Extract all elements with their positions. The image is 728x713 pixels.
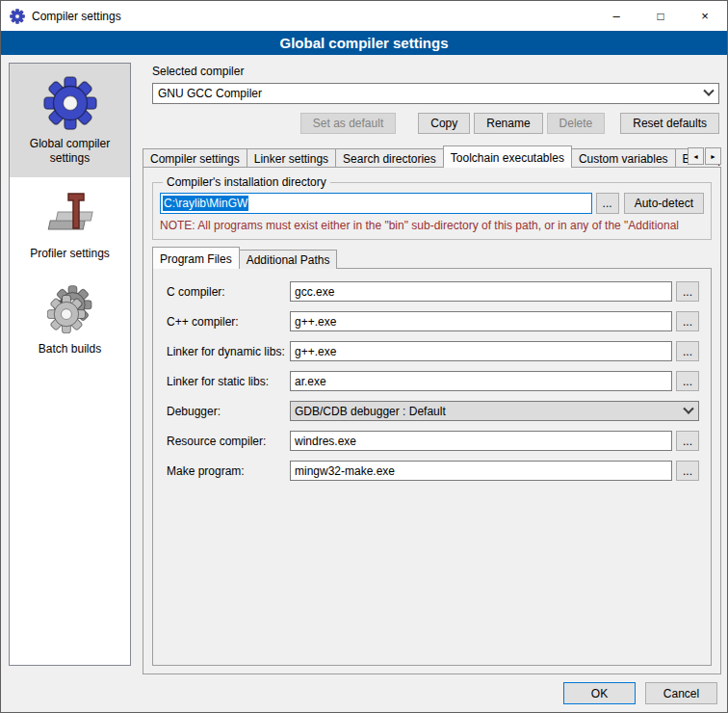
compiler-actions: Set as default Copy Rename Delete Reset … xyxy=(152,113,719,134)
cpp-compiler-input[interactable]: g++.exe xyxy=(290,311,672,331)
c-compiler-value: gcc.exe xyxy=(295,285,334,299)
make-program-browse-button[interactable]: ... xyxy=(676,461,699,481)
resource-compiler-browse-button[interactable]: ... xyxy=(676,431,699,451)
cpp-compiler-label: C++ compiler: xyxy=(167,315,290,329)
minimize-button[interactable]: – xyxy=(594,1,638,31)
close-button[interactable]: × xyxy=(683,1,727,31)
resource-compiler-label: Resource compiler: xyxy=(167,435,290,448)
debugger-value: GDB/CDB debugger : Default xyxy=(295,405,446,418)
tab-additional-paths[interactable]: Additional Paths xyxy=(239,250,338,269)
installation-directory-input[interactable]: C:\raylib\MinGW xyxy=(160,193,592,214)
toolchain-executables-panel: Compiler's installation directory C:\ray… xyxy=(143,167,721,674)
dialog-footer: OK Cancel xyxy=(563,682,717,704)
window-title: Compiler settings xyxy=(32,10,121,23)
tab-scroll-right-button[interactable]: ► xyxy=(705,147,721,165)
linker-static-label: Linker for static libs: xyxy=(167,375,290,388)
sidebar-item-batch-builds[interactable]: Batch builds xyxy=(10,273,130,368)
field-row-resource-compiler: Resource compiler: windres.exe ... xyxy=(167,431,699,451)
auto-detect-button[interactable]: Auto-detect xyxy=(624,193,704,214)
linker-dynamic-browse-button[interactable]: ... xyxy=(676,341,699,361)
rename-button[interactable]: Rename xyxy=(474,113,542,134)
chevron-down-icon xyxy=(683,403,693,413)
c-compiler-label: C compiler: xyxy=(167,285,290,299)
compiler-select-value: GNU GCC Compiler xyxy=(158,87,262,100)
window-controls: – □ × xyxy=(594,1,727,31)
make-program-label: Make program: xyxy=(167,464,290,478)
sidebar-item-label: Batch builds xyxy=(39,342,101,356)
sidebar-item-global-compiler-settings[interactable]: Global compiler settings xyxy=(10,64,130,177)
tab-toolchain-executables[interactable]: Toolchain executables xyxy=(443,145,572,168)
delete-button[interactable]: Delete xyxy=(547,113,606,134)
tab-search-directories[interactable]: Search directories xyxy=(335,148,444,168)
linker-dynamic-input[interactable]: g++.exe xyxy=(290,341,672,361)
titlebar[interactable]: Compiler settings – □ × xyxy=(1,1,727,31)
maximize-icon: □ xyxy=(657,10,663,23)
field-row-make-program: Make program: mingw32-make.exe ... xyxy=(167,461,699,481)
close-icon: × xyxy=(701,9,709,23)
field-row-linker-static: Linker for static libs: ar.exe ... xyxy=(167,371,699,391)
copy-button[interactable]: Copy xyxy=(418,113,470,134)
tab-program-files[interactable]: Program Files xyxy=(152,247,240,269)
linker-static-input[interactable]: ar.exe xyxy=(290,371,672,391)
resource-compiler-input[interactable]: windres.exe xyxy=(290,431,672,451)
minimize-icon: – xyxy=(612,9,619,23)
linker-static-value: ar.exe xyxy=(295,375,326,388)
installation-directory-group: Compiler's installation directory C:\ray… xyxy=(152,175,712,240)
settings-category-list: Global compiler settings Profiler settin… xyxy=(9,63,131,666)
debugger-label: Debugger: xyxy=(167,405,290,418)
sidebar-item-label: Profiler settings xyxy=(30,247,110,261)
sidebar-item-profiler-settings[interactable]: Profiler settings xyxy=(10,177,130,273)
installation-directory-value: C:\raylib\MinGW xyxy=(163,196,248,211)
tab-custom-variables[interactable]: Custom variables xyxy=(571,148,676,168)
program-tabstrip: Program Files Additional Paths xyxy=(152,248,712,269)
page-title: Global compiler settings xyxy=(1,31,727,55)
program-files-panel: C compiler: gcc.exe ... C++ compiler: g+… xyxy=(152,268,712,666)
app-gear-icon xyxy=(10,9,25,24)
maximize-button[interactable]: □ xyxy=(638,1,683,31)
settings-tabstrip: Compiler settings Linker settings Search… xyxy=(143,145,721,168)
field-row-c-compiler: C compiler: gcc.exe ... xyxy=(167,281,699,302)
compiler-settings-dialog: Compiler settings – □ × Global compiler … xyxy=(0,0,728,713)
linker-dynamic-value: g++.exe xyxy=(295,345,336,358)
c-compiler-input[interactable]: gcc.exe xyxy=(290,281,672,302)
debugger-select[interactable]: GDB/CDB debugger : Default xyxy=(290,401,699,421)
installation-directory-browse-button[interactable]: ... xyxy=(596,193,619,214)
make-program-input[interactable]: mingw32-make.exe xyxy=(290,461,672,481)
tab-scroll-buttons: ◄ ► xyxy=(688,147,721,165)
c-compiler-browse-button[interactable]: ... xyxy=(676,281,699,302)
field-row-linker-dynamic: Linker for dynamic libs: g++.exe ... xyxy=(167,341,699,361)
cancel-button[interactable]: Cancel xyxy=(645,682,717,704)
make-program-value: mingw32-make.exe xyxy=(295,464,395,478)
cpp-compiler-value: g++.exe xyxy=(295,315,336,329)
selected-compiler-label: Selected compiler xyxy=(152,65,721,78)
tab-compiler-settings[interactable]: Compiler settings xyxy=(143,148,247,168)
gray-gears-icon xyxy=(45,285,95,335)
field-row-debugger: Debugger: GDB/CDB debugger : Default xyxy=(167,401,699,421)
bin-subdirectory-note: NOTE: All programs must exist either in … xyxy=(160,219,704,232)
installation-directory-row: C:\raylib\MinGW ... Auto-detect xyxy=(160,193,704,214)
field-row-cpp-compiler: C++ compiler: g++.exe ... xyxy=(167,311,699,331)
blue-gear-icon xyxy=(43,76,97,130)
compiler-select[interactable]: GNU GCC Compiler xyxy=(152,83,719,104)
arrow-right-icon: ► xyxy=(710,153,716,160)
tab-scroll-left-button[interactable]: ◄ xyxy=(688,147,704,165)
ok-button[interactable]: OK xyxy=(563,682,636,704)
arrow-left-icon: ◄ xyxy=(692,153,699,160)
chevron-down-icon xyxy=(703,86,714,96)
hammer-blocks-icon xyxy=(45,190,95,240)
linker-dynamic-label: Linker for dynamic libs: xyxy=(167,345,290,358)
cpp-compiler-browse-button[interactable]: ... xyxy=(676,311,699,331)
resource-compiler-value: windres.exe xyxy=(295,435,356,448)
linker-static-browse-button[interactable]: ... xyxy=(676,371,699,391)
reset-defaults-button[interactable]: Reset defaults xyxy=(620,113,719,134)
installation-directory-legend: Compiler's installation directory xyxy=(163,175,330,189)
tab-linker-settings[interactable]: Linker settings xyxy=(247,148,336,168)
sidebar-item-label: Global compiler settings xyxy=(13,137,126,166)
main-content: Selected compiler GNU GCC Compiler Set a… xyxy=(143,63,721,674)
set-as-default-button[interactable]: Set as default xyxy=(300,113,396,134)
